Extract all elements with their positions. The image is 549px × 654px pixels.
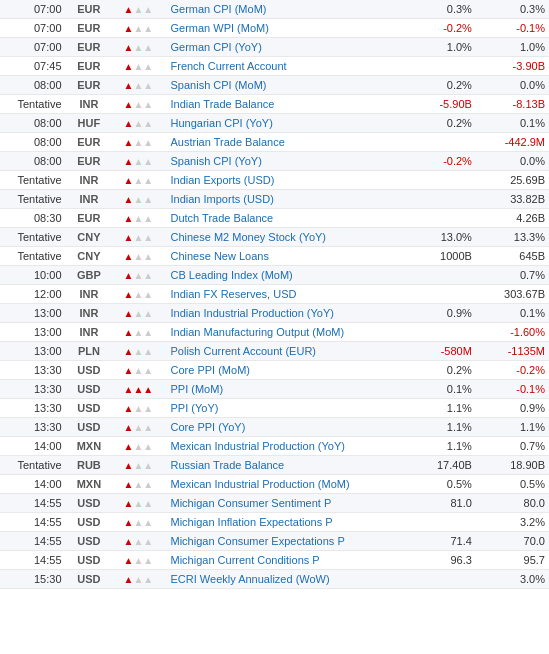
bull-icon-filled: ▲	[124, 460, 134, 471]
event-impact-icons: ▲▲▲	[110, 494, 166, 513]
event-name[interactable]: Indian Industrial Production (YoY)	[167, 304, 403, 323]
bull-icon-empty: ▲	[143, 156, 153, 167]
event-name[interactable]: French Current Account	[167, 57, 403, 76]
table-row: 07:00EUR▲▲▲German CPI (MoM)0.3%0.3%	[0, 0, 549, 19]
bull-icon-empty: ▲	[143, 270, 153, 281]
bull-icon-empty: ▲	[133, 270, 143, 281]
bull-icon-empty: ▲	[133, 441, 143, 452]
event-time: 13:30	[0, 361, 68, 380]
event-name[interactable]: Dutch Trade Balance	[167, 209, 403, 228]
bull-icon-empty: ▲	[143, 80, 153, 91]
event-forecast: 0.5%	[476, 475, 549, 494]
event-name[interactable]: Mexican Industrial Production (YoY)	[167, 437, 403, 456]
event-time: 08:30	[0, 209, 68, 228]
event-forecast: 303.67B	[476, 285, 549, 304]
event-name[interactable]: Chinese New Loans	[167, 247, 403, 266]
bull-icon-filled: ▲	[143, 384, 153, 395]
event-actual	[403, 570, 476, 589]
event-time: Tentative	[0, 190, 68, 209]
bull-icon-empty: ▲	[133, 308, 143, 319]
bull-icon-filled: ▲	[124, 479, 134, 490]
bull-icon-filled: ▲	[124, 536, 134, 547]
event-actual: 1.0%	[403, 38, 476, 57]
event-name[interactable]: Spanish CPI (YoY)	[167, 152, 403, 171]
event-name[interactable]: Core PPI (MoM)	[167, 361, 403, 380]
bull-icon-empty: ▲	[133, 346, 143, 357]
event-time: 13:30	[0, 418, 68, 437]
event-time: 13:00	[0, 304, 68, 323]
bull-icon-empty: ▲	[133, 194, 143, 205]
bull-icon-empty: ▲	[133, 4, 143, 15]
event-actual: -0.2%	[403, 152, 476, 171]
event-time: Tentative	[0, 456, 68, 475]
event-currency: MXN	[68, 437, 111, 456]
event-impact-icons: ▲▲▲	[110, 19, 166, 38]
event-name[interactable]: Mexican Industrial Production (MoM)	[167, 475, 403, 494]
event-time: 13:00	[0, 342, 68, 361]
bull-icon-empty: ▲	[143, 479, 153, 490]
bull-icon-empty: ▲	[143, 308, 153, 319]
event-name[interactable]: Austrian Trade Balance	[167, 133, 403, 152]
event-name[interactable]: Hungarian CPI (YoY)	[167, 114, 403, 133]
event-forecast: -1.60%	[476, 323, 549, 342]
table-row: 12:00INR▲▲▲Indian FX Reserves, USD303.67…	[0, 285, 549, 304]
event-forecast: 0.7%	[476, 266, 549, 285]
bull-icon-empty: ▲	[143, 289, 153, 300]
table-row: 08:00HUF▲▲▲Hungarian CPI (YoY)0.2%0.1%	[0, 114, 549, 133]
table-row: 13:30USD▲▲▲Core PPI (MoM)0.2%-0.2%	[0, 361, 549, 380]
event-name[interactable]: Spanish CPI (MoM)	[167, 76, 403, 95]
table-row: TentativeCNY▲▲▲Chinese M2 Money Stock (Y…	[0, 228, 549, 247]
bull-icon-empty: ▲	[133, 327, 143, 338]
event-name[interactable]: Polish Current Account (EUR)	[167, 342, 403, 361]
bull-icon-empty: ▲	[143, 327, 153, 338]
event-actual: 0.5%	[403, 475, 476, 494]
event-time: 15:30	[0, 570, 68, 589]
event-name[interactable]: PPI (YoY)	[167, 399, 403, 418]
event-name[interactable]: Chinese M2 Money Stock (YoY)	[167, 228, 403, 247]
event-name[interactable]: Core PPI (YoY)	[167, 418, 403, 437]
event-actual: 1.1%	[403, 437, 476, 456]
event-forecast: -442.9M	[476, 133, 549, 152]
bull-icon-empty: ▲	[143, 137, 153, 148]
event-impact-icons: ▲▲▲	[110, 532, 166, 551]
event-time: 14:55	[0, 513, 68, 532]
event-impact-icons: ▲▲▲	[110, 266, 166, 285]
event-forecast: 70.0	[476, 532, 549, 551]
bull-icon-empty: ▲	[133, 175, 143, 186]
event-time: 14:00	[0, 437, 68, 456]
event-name[interactable]: Indian Manufacturing Output (MoM)	[167, 323, 403, 342]
event-time: 08:00	[0, 152, 68, 171]
event-forecast: -3.90B	[476, 57, 549, 76]
event-name[interactable]: Michigan Current Conditions P	[167, 551, 403, 570]
event-name[interactable]: Indian Exports (USD)	[167, 171, 403, 190]
bull-icon-empty: ▲	[143, 251, 153, 262]
event-forecast: 645B	[476, 247, 549, 266]
event-name[interactable]: Michigan Inflation Expectations P	[167, 513, 403, 532]
event-forecast: 0.9%	[476, 399, 549, 418]
table-row: 14:00MXN▲▲▲Mexican Industrial Production…	[0, 475, 549, 494]
event-name[interactable]: Michigan Consumer Sentiment P	[167, 494, 403, 513]
event-actual: 1.1%	[403, 399, 476, 418]
bull-icon-filled: ▲	[124, 498, 134, 509]
event-name[interactable]: PPI (MoM)	[167, 380, 403, 399]
bull-icon-empty: ▲	[143, 517, 153, 528]
event-currency: EUR	[68, 38, 111, 57]
event-name[interactable]: Michigan Consumer Expectations P	[167, 532, 403, 551]
event-name[interactable]: Indian Trade Balance	[167, 95, 403, 114]
bull-icon-empty: ▲	[133, 536, 143, 547]
event-impact-icons: ▲▲▲	[110, 513, 166, 532]
event-name[interactable]: CB Leading Index (MoM)	[167, 266, 403, 285]
event-currency: EUR	[68, 133, 111, 152]
event-time: 14:55	[0, 551, 68, 570]
event-name[interactable]: German WPI (MoM)	[167, 19, 403, 38]
table-row: 08:00EUR▲▲▲Spanish CPI (YoY)-0.2%0.0%	[0, 152, 549, 171]
table-row: 14:00MXN▲▲▲Mexican Industrial Production…	[0, 437, 549, 456]
event-name[interactable]: Indian FX Reserves, USD	[167, 285, 403, 304]
event-name[interactable]: Russian Trade Balance	[167, 456, 403, 475]
event-name[interactable]: ECRI Weekly Annualized (WoW)	[167, 570, 403, 589]
event-name[interactable]: German CPI (MoM)	[167, 0, 403, 19]
event-name[interactable]: Indian Imports (USD)	[167, 190, 403, 209]
event-name[interactable]: German CPI (YoY)	[167, 38, 403, 57]
event-actual: 13.0%	[403, 228, 476, 247]
event-impact-icons: ▲▲▲	[110, 114, 166, 133]
